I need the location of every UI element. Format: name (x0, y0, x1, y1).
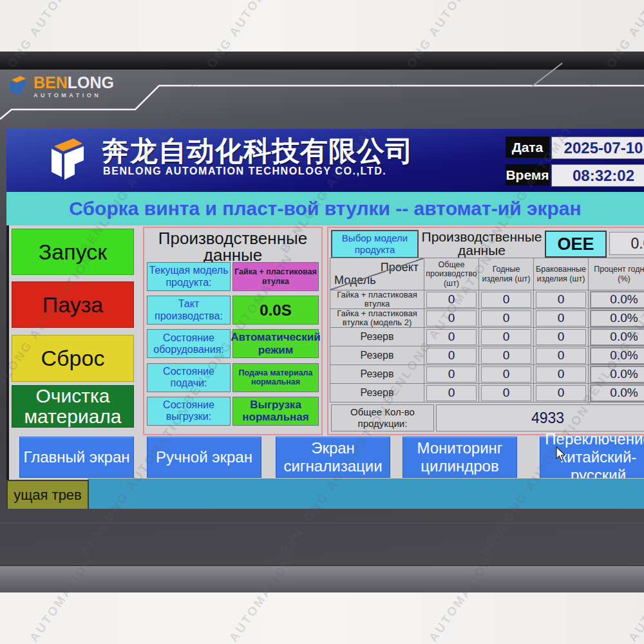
table-model-cell: Гайка + пластиковая втулка (модель 2) (330, 309, 424, 328)
time-label: Время (506, 164, 549, 185)
table-column-header: Годные изделия (шт) (479, 258, 534, 290)
table-value-box: 0 (536, 348, 586, 364)
production-row-label: Такт производства: (147, 296, 231, 325)
table-value-cell: 0 (424, 328, 479, 346)
nav-button-3[interactable]: Мониторинг цилиндров (402, 437, 517, 478)
nav-button-1[interactable]: Ручной экран (147, 437, 261, 478)
table-value-box: 0 (426, 366, 477, 383)
logo-text-automation: AUTOMATION (33, 93, 114, 99)
table-value-cell: 0.0% (589, 328, 644, 346)
table-value-box: 0 (481, 385, 531, 401)
bezel-ridge (0, 523, 644, 525)
table-value-box: 0.0% (590, 366, 644, 383)
table-model-cell: Резерв (330, 384, 424, 402)
company-name-chinese: 奔龙自动化科技有限公司 (102, 133, 413, 170)
table-value-box: 0 (481, 292, 531, 308)
table-value-box: 0 (426, 310, 477, 327)
page-title: Сборка винта и пласт-вой втулки -- автом… (6, 192, 644, 225)
production-data-panel: Производственные данные Текущая модель п… (143, 227, 323, 435)
mouse-cursor (555, 446, 571, 463)
table-value-cell: 0 (479, 365, 534, 384)
table-value-cell: 0 (534, 346, 589, 365)
logo-text-ben: BEN (33, 73, 68, 91)
logo-text-long: LONG (68, 73, 114, 91)
table-column-header: Общее производство (шт) (424, 258, 479, 290)
table-value-box: 0 (481, 329, 531, 345)
total-production-label: Общее Кол-во продукции: (331, 404, 434, 431)
table-model-cell: Резерв (330, 365, 424, 384)
table-value-box: 0.0% (590, 347, 644, 365)
table-value-cell: 0 (534, 365, 589, 384)
left-button-0[interactable]: Запуск (12, 229, 134, 275)
statistics-panel-title: Производственные данные (420, 229, 544, 257)
table-value-cell: 0.0% (589, 290, 644, 309)
table-value-box: 0 (481, 310, 531, 327)
production-row-label: Текущая модель продукта: (147, 262, 231, 291)
table-value-box: 0 (536, 329, 586, 345)
select-product-model-button[interactable]: Выбор модели продукта (331, 230, 419, 258)
table-value-box: 0 (426, 385, 477, 401)
table-value-cell: 0 (534, 328, 589, 346)
table-value-box: 0 (536, 310, 586, 327)
table-value-box: 0 (536, 385, 586, 401)
company-name-english: BENLONG AUTOMATION TECHNOLOGY CO.,LTD. (103, 166, 386, 177)
background-top (0, 0, 644, 52)
production-row-value: Подача материала нормальная (232, 363, 319, 392)
background-bottom (0, 592, 644, 644)
table-value-cell: 0 (534, 309, 589, 328)
production-row-value: Автоматический режим (232, 329, 319, 358)
left-button-2[interactable]: Сброс (12, 335, 134, 382)
table-column-header: Бракованные изделия (шт) (534, 258, 589, 290)
table-value-cell: 0 (424, 309, 479, 328)
table-column-header: Процент годных (%) (589, 258, 644, 290)
table-value-box: 0 (481, 348, 531, 364)
statistics-panel: Выбор модели продукта Производственные д… (327, 227, 644, 435)
production-panel-title: Производственные данные (144, 228, 321, 263)
table-model-cell: Гайка + пластиковая втулка (330, 290, 424, 309)
left-button-3[interactable]: Очистка материала (12, 385, 134, 428)
table-value-cell: 0 (479, 328, 534, 346)
company-cube-icon (43, 135, 94, 186)
oee-value: 0.00% (609, 232, 644, 255)
table-value-cell: 0 (424, 290, 479, 309)
oee-button[interactable]: OEE (545, 231, 607, 258)
table-value-box: 0 (426, 329, 477, 345)
bezel-top-edge (0, 52, 644, 70)
production-row-value: Гайка + пластиковая втулка (232, 262, 319, 291)
production-row-value: Выгрузка нормальная (232, 397, 319, 426)
table-value-box: 0 (536, 292, 586, 308)
table-model-cell: Резерв (330, 346, 424, 365)
date-label: Дата (506, 137, 549, 158)
table-model-cell: Резерв (330, 328, 424, 346)
nav-button-0[interactable]: Главный экран (19, 437, 134, 478)
table-value-cell: 0 (424, 384, 479, 402)
current-alarm-button[interactable]: ущая трев (6, 480, 89, 509)
left-button-1[interactable]: Пауза (12, 281, 134, 328)
bezel-bottom-edge (0, 565, 644, 593)
production-row-label: Состояние подачи: (147, 363, 231, 392)
table-value-box: 0 (481, 366, 531, 383)
benlong-cube-icon (6, 75, 30, 99)
table-value-cell: 0 (424, 365, 479, 384)
production-row-value: 0.0S (232, 296, 319, 325)
table-value-cell: 0.0% (589, 365, 644, 384)
table-value-cell: 0 (479, 290, 534, 309)
bezel-brand-logo: BENLONG AUTOMATION (6, 75, 148, 111)
table-value-cell: 0 (479, 384, 534, 402)
corner-project-label: Проект (381, 261, 419, 274)
total-production-value: 4933 (436, 404, 644, 431)
table-value-box: 0 (426, 292, 477, 308)
table-value-cell: 0 (479, 346, 534, 365)
table-value-cell: 0.0% (589, 309, 644, 328)
table-value-box: 0.0% (590, 291, 644, 308)
table-value-box: 0.0% (590, 384, 644, 402)
production-table: Проект Модель Общее производство (шт)Год… (330, 258, 644, 402)
table-corner-cell: Проект Модель (330, 258, 424, 290)
table-value-box: 0.0% (590, 328, 644, 346)
screen-header: 奔龙自动化科技有限公司 BENLONG AUTOMATION TECHNOLOG… (6, 129, 644, 192)
table-value-cell: 0 (479, 309, 534, 328)
date-value: 2025-07-10 (551, 137, 644, 159)
table-value-box: 0.0% (590, 310, 644, 327)
table-value-cell: 0.0% (589, 384, 644, 402)
nav-button-2[interactable]: Экран сигнализации (276, 437, 390, 478)
